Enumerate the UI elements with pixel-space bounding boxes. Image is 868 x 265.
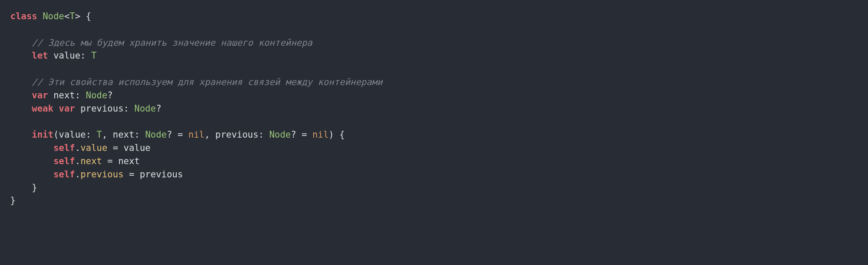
code-token: ? <box>156 103 161 114</box>
code-token: self <box>53 156 75 166</box>
code-token: Node <box>145 130 167 140</box>
code-token <box>53 103 59 114</box>
code-token <box>10 143 53 153</box>
code-token <box>10 130 32 140</box>
code-token: > { <box>75 11 91 21</box>
code-token: Node <box>269 130 291 140</box>
code-token <box>10 38 32 48</box>
code-token: value: <box>48 50 91 61</box>
code-token: // Эти свойства используем для хранения … <box>32 77 383 87</box>
code-token: self <box>53 169 75 180</box>
code-token: previous: <box>75 103 134 114</box>
code-token: value <box>80 143 107 153</box>
code-token <box>10 77 32 87</box>
code-token: weak <box>32 103 54 114</box>
code-token: < <box>64 11 70 21</box>
code-token: ? = <box>167 130 189 140</box>
code-token: let <box>32 50 48 61</box>
code-token <box>10 169 53 180</box>
code-token: = previous <box>124 169 183 180</box>
code-token: (value: <box>53 130 96 140</box>
code-token: var <box>59 103 75 114</box>
code-block: class Node<T> { // Здесь мы будем хранит… <box>0 0 868 218</box>
code-token: } <box>10 183 37 193</box>
code-token: self <box>53 143 75 153</box>
code-token: next: <box>48 90 86 100</box>
code-token: . <box>75 169 81 180</box>
code-token: Node <box>43 11 64 21</box>
code-token: class <box>10 11 37 21</box>
code-token <box>10 103 32 114</box>
code-content: class Node<T> { // Здесь мы будем хранит… <box>10 11 382 206</box>
code-token: } <box>10 195 16 206</box>
code-token: init <box>32 130 54 140</box>
code-token: ? = <box>291 130 313 140</box>
code-token: previous <box>80 169 123 180</box>
code-token: Node <box>134 103 156 114</box>
code-token <box>10 156 53 166</box>
code-token: . <box>75 156 81 166</box>
code-token: var <box>32 90 48 100</box>
code-token: . <box>75 143 81 153</box>
code-token: nil <box>188 130 204 140</box>
code-token: , previous: <box>204 130 269 140</box>
code-token: // Здесь мы будем хранить значение нашег… <box>32 38 312 48</box>
code-token: , next: <box>102 130 145 140</box>
code-token <box>37 11 43 21</box>
code-token: T <box>91 50 97 61</box>
code-token <box>10 90 32 100</box>
code-token: T <box>70 11 75 21</box>
code-token: T <box>96 130 102 140</box>
code-token: Node <box>86 90 108 100</box>
code-token: ? <box>108 90 113 100</box>
code-token: = next <box>102 156 140 166</box>
code-token: next <box>80 156 102 166</box>
code-token <box>10 50 32 61</box>
code-token: ) { <box>329 130 345 140</box>
code-token: = value <box>108 143 151 153</box>
code-token: nil <box>312 130 329 140</box>
